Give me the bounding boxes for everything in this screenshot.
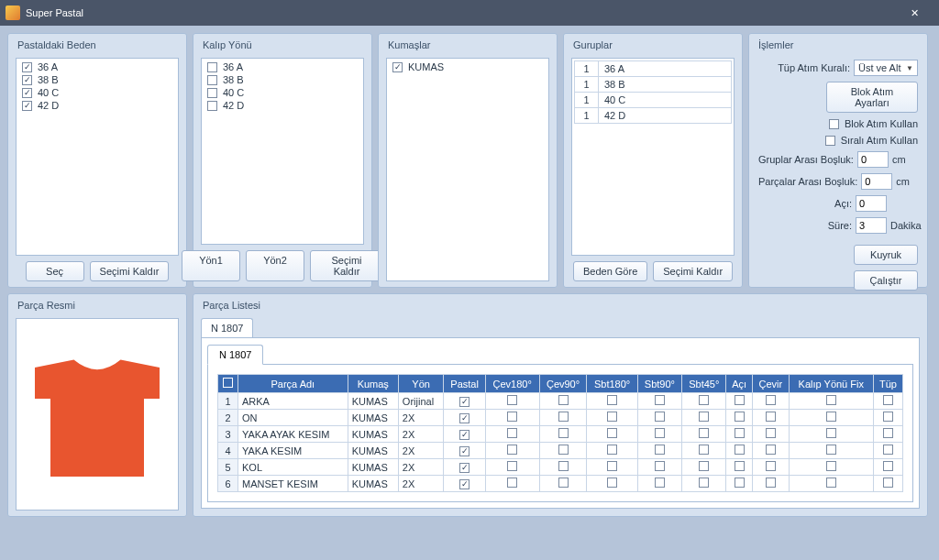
listbox-beden[interactable]: 36 A38 B40 C42 D <box>16 58 179 256</box>
inner-tab-n1807[interactable]: N 1807 <box>207 345 263 365</box>
sure-input[interactable] <box>856 217 887 234</box>
checkbox[interactable] <box>699 478 709 488</box>
secimi-kaldir-button[interactable]: Seçimi Kaldır <box>90 261 170 281</box>
checkbox[interactable] <box>607 461 617 471</box>
parca-grid[interactable]: Parça AdıKumaşYönPastalÇev180°Çev90°Sbt1… <box>217 374 903 492</box>
table-row[interactable]: 6MANSET KESIMKUMAS2X <box>218 476 903 492</box>
column-header[interactable]: Çev90° <box>539 375 587 393</box>
parcalar-arasi-bosluk-input[interactable] <box>861 173 892 190</box>
checkbox[interactable] <box>22 101 32 111</box>
checkbox[interactable] <box>735 428 745 438</box>
checkbox[interactable] <box>883 428 893 438</box>
checkbox[interactable] <box>507 445 517 455</box>
checkbox[interactable] <box>826 478 836 488</box>
checkbox[interactable] <box>207 75 217 85</box>
checkbox[interactable] <box>392 62 403 72</box>
checkbox[interactable] <box>607 428 617 438</box>
checkbox[interactable] <box>607 445 617 455</box>
column-header[interactable]: Tüp <box>873 375 902 393</box>
list-item[interactable]: 40 C <box>204 86 361 99</box>
checkbox[interactable] <box>766 428 776 438</box>
gruplar-arasi-bosluk-input[interactable] <box>857 151 889 168</box>
checkbox[interactable] <box>655 445 665 455</box>
checkbox[interactable] <box>735 445 745 455</box>
checkbox[interactable] <box>607 478 617 488</box>
checkbox[interactable] <box>826 395 836 405</box>
list-item[interactable]: 42 D <box>18 99 176 112</box>
checkbox[interactable] <box>507 478 517 488</box>
checkbox[interactable] <box>459 413 470 423</box>
checkbox[interactable] <box>699 428 709 438</box>
checkbox[interactable] <box>459 446 470 456</box>
checkbox[interactable] <box>826 461 836 471</box>
column-header[interactable]: Açı <box>726 375 753 393</box>
table-row[interactable]: 3YAKA AYAK KESIMKUMAS2X <box>218 426 903 443</box>
sirali-atim-kullan-checkbox[interactable] <box>825 136 835 146</box>
table-row[interactable]: 140 C <box>575 93 732 108</box>
list-item[interactable]: 38 B <box>204 73 361 86</box>
blok-atim-kullan-checkbox[interactable] <box>829 119 839 129</box>
checkbox[interactable] <box>883 478 893 488</box>
checkbox[interactable] <box>766 445 776 455</box>
table-row[interactable]: 142 D <box>575 108 732 124</box>
column-header[interactable]: Kalıp Yönü Fix <box>789 375 873 393</box>
checkbox[interactable] <box>207 101 217 111</box>
checkbox[interactable] <box>207 88 217 98</box>
column-header[interactable]: Sbt180° <box>587 375 637 393</box>
column-header[interactable]: Çev180° <box>485 375 539 393</box>
list-item[interactable]: KUMAS <box>389 60 547 73</box>
secimi-kaldir-button[interactable]: Seçimi Kaldır <box>310 250 383 281</box>
checkbox[interactable] <box>826 445 836 455</box>
list-item[interactable]: 40 C <box>18 86 176 99</box>
column-header[interactable]: Pastal <box>444 375 485 393</box>
listbox-kumaslar[interactable]: KUMAS <box>386 58 549 281</box>
kuyruk-button[interactable]: Kuyruk <box>854 245 918 265</box>
checkbox[interactable] <box>558 395 569 405</box>
yon2-button[interactable]: Yön2 <box>246 250 304 281</box>
checkbox[interactable] <box>766 395 776 405</box>
checkbox[interactable] <box>459 479 470 489</box>
checkbox[interactable] <box>558 461 569 471</box>
checkbox[interactable] <box>607 412 617 422</box>
checkbox[interactable] <box>459 397 470 407</box>
tab-n1807[interactable]: N 1807 <box>201 318 253 337</box>
calistir-button[interactable]: Çalıştır <box>854 270 918 291</box>
table-row[interactable]: 2ONKUMAS2X <box>218 410 903 426</box>
checkbox[interactable] <box>507 412 517 422</box>
list-item[interactable]: 36 A <box>18 60 176 73</box>
checkbox[interactable] <box>655 478 665 488</box>
list-item[interactable]: 36 A <box>204 60 361 73</box>
table-row[interactable]: 4YAKA KESIMKUMAS2X <box>218 443 903 459</box>
listbox-guruplar[interactable]: 136 A138 B140 C142 D <box>571 58 735 256</box>
checkbox[interactable] <box>655 461 665 471</box>
column-header[interactable] <box>218 375 238 393</box>
checkbox[interactable] <box>22 62 32 72</box>
list-item[interactable]: 38 B <box>18 73 176 86</box>
checkbox[interactable] <box>558 412 569 422</box>
checkbox[interactable] <box>655 428 665 438</box>
column-header[interactable]: Kumaş <box>348 375 398 393</box>
checkbox[interactable] <box>883 395 893 405</box>
close-button[interactable]: ✕ <box>895 2 933 24</box>
sec-button[interactable]: Seç <box>26 261 84 281</box>
checkbox[interactable] <box>699 395 709 405</box>
checkbox[interactable] <box>735 412 745 422</box>
checkbox[interactable] <box>699 461 709 471</box>
checkbox[interactable] <box>699 445 709 455</box>
table-row[interactable]: 138 B <box>575 77 732 93</box>
column-header[interactable]: Parça Adı <box>238 375 348 393</box>
checkbox[interactable] <box>766 461 776 471</box>
list-item[interactable]: 42 D <box>204 99 361 112</box>
blok-atim-ayarlari-button[interactable]: Blok Atım Ayarları <box>826 82 918 113</box>
checkbox[interactable] <box>22 75 32 85</box>
checkbox[interactable] <box>735 395 745 405</box>
checkbox[interactable] <box>558 445 569 455</box>
checkbox[interactable] <box>735 478 745 488</box>
column-header[interactable]: Sbt90° <box>637 375 681 393</box>
table-row[interactable]: 136 A <box>575 61 732 77</box>
checkbox[interactable] <box>766 412 776 422</box>
listbox-kalip-yonu[interactable]: 36 A38 B40 C42 D <box>201 58 364 245</box>
checkbox[interactable] <box>459 463 470 473</box>
table-row[interactable]: 1ARKAKUMASOrijinal <box>218 393 903 410</box>
checkbox[interactable] <box>883 445 893 455</box>
